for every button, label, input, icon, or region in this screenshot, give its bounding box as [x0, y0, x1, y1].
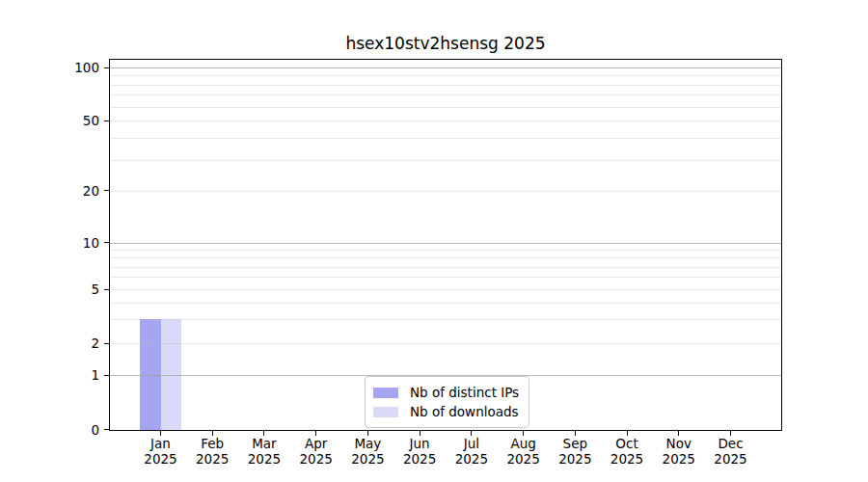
y-tick-label: 5 — [32, 281, 99, 297]
gridline-minor — [110, 120, 781, 121]
chart-figure: hsex10stv2hsensg 2025 Nb of distinct IPs… — [0, 0, 868, 482]
gridline-minor — [110, 267, 781, 268]
x-tick-label: Jun 2025 — [393, 436, 447, 467]
y-tick-label: 0 — [32, 422, 99, 438]
gridline-minor — [110, 250, 781, 251]
gridline-minor — [110, 319, 781, 320]
legend-label-downloads: Nb of downloads — [410, 404, 519, 419]
gridline-minor — [110, 277, 781, 278]
gridline-minor — [110, 138, 781, 139]
y-tick-mark — [104, 67, 109, 68]
gridline-minor — [110, 160, 781, 161]
x-tick-label: Sep 2025 — [548, 436, 602, 467]
legend-swatch-distinct-ips — [373, 388, 398, 398]
gridline-minor — [110, 75, 781, 76]
legend-label-distinct-ips: Nb of distinct IPs — [410, 385, 519, 400]
y-tick-label: 20 — [32, 183, 99, 199]
x-tick-label: Jan 2025 — [134, 436, 188, 467]
x-tick-label: Nov 2025 — [652, 436, 706, 467]
x-tick-label: Feb 2025 — [185, 436, 239, 467]
y-tick-mark — [104, 375, 109, 376]
x-tick-label: Mar 2025 — [237, 436, 291, 467]
x-tick-label: Apr 2025 — [289, 436, 343, 467]
x-tick-label: Oct 2025 — [600, 436, 654, 467]
gridline-minor — [110, 303, 781, 304]
legend-swatch-downloads — [373, 407, 398, 417]
y-tick-label: 50 — [32, 113, 99, 128]
y-tick-mark — [104, 289, 109, 290]
y-tick-mark — [104, 429, 109, 430]
gridline-minor — [110, 85, 781, 86]
x-tick-label: Aug 2025 — [497, 436, 551, 467]
gridline-major — [110, 243, 781, 244]
y-tick-mark — [104, 242, 109, 243]
gridline-major — [110, 67, 781, 68]
legend: Nb of distinct IPs Nb of downloads — [365, 376, 529, 428]
gridline-minor — [110, 343, 781, 344]
gridline-minor — [110, 191, 781, 192]
y-tick-mark — [104, 190, 109, 191]
gridline-minor — [110, 289, 781, 290]
legend-item-distinct-ips: Nb of distinct IPs — [373, 383, 519, 402]
x-tick-label: May 2025 — [340, 436, 394, 467]
y-tick-label: 100 — [32, 60, 99, 75]
y-tick-mark — [104, 343, 109, 344]
y-tick-label: 2 — [32, 335, 99, 351]
y-tick-label: 10 — [32, 235, 99, 251]
gridline-minor — [110, 107, 781, 108]
legend-item-downloads: Nb of downloads — [373, 402, 519, 421]
y-tick-label: 1 — [32, 367, 99, 383]
x-tick-label: Dec 2025 — [704, 436, 758, 467]
y-tick-mark — [104, 120, 109, 121]
gridline-minor — [110, 94, 781, 95]
chart-title: hsex10stv2hsensg 2025 — [109, 33, 782, 54]
gridline-minor — [110, 257, 781, 258]
x-tick-label: Jul 2025 — [445, 436, 499, 467]
